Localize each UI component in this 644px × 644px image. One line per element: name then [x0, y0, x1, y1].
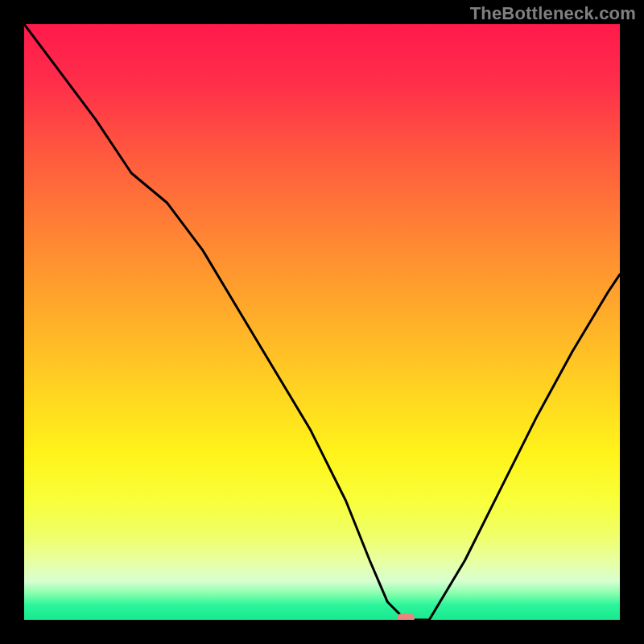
gradient-background — [24, 24, 620, 620]
chart-svg — [24, 24, 620, 620]
watermark-text: TheBottleneck.com — [470, 3, 636, 24]
optimal-marker — [397, 613, 415, 620]
plot-area — [24, 24, 620, 620]
chart-frame: TheBottleneck.com — [0, 0, 644, 644]
